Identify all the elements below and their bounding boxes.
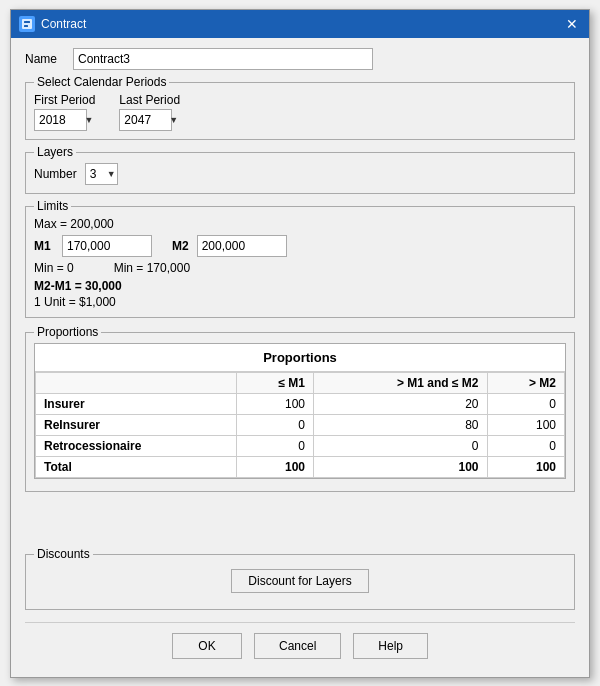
help-button[interactable]: Help	[353, 633, 428, 659]
row-col1: 0	[237, 435, 314, 456]
proportions-group: Proportions Proportions ≤ M1 > M1 and ≤ …	[25, 332, 575, 492]
row-label: Retrocessionaire	[36, 435, 237, 456]
last-period-group: Last Period 2047 2048 2049 ▼	[119, 93, 180, 131]
table-row: Insurer 100 20 0	[36, 393, 565, 414]
m1-label: M1	[34, 239, 54, 253]
layers-number-select[interactable]: 1 2 3 4 5	[85, 163, 118, 185]
spacer	[25, 500, 575, 540]
title-bar: Contract ✕	[11, 10, 589, 38]
m2-input[interactable]	[197, 235, 287, 257]
discounts-group: Discounts Discount for Layers	[25, 554, 575, 610]
row-col3: 0	[487, 435, 564, 456]
layers-title: Layers	[34, 145, 76, 159]
discount-btn-row: Discount for Layers	[34, 561, 566, 601]
first-period-select[interactable]: 2018 2019 2020	[34, 109, 87, 131]
limits-min-row: Min = 0 Min = 170,000	[34, 261, 566, 275]
action-buttons-row: OK Cancel Help	[25, 622, 575, 667]
layers-row: Number 1 2 3 4 5 ▼	[34, 163, 566, 185]
table-row: Retrocessionaire 0 0 0	[36, 435, 565, 456]
row-label: Insurer	[36, 393, 237, 414]
first-period-select-wrapper: 2018 2019 2020 ▼	[34, 109, 95, 131]
col-header-gt-m2: > M2	[487, 372, 564, 393]
limits-content: Max = 200,000 M1 M2 Min = 0 Min = 170,00…	[34, 217, 566, 309]
name-row: Name	[25, 48, 575, 70]
last-period-select-wrapper: 2047 2048 2049 ▼	[119, 109, 180, 131]
last-period-select[interactable]: 2047 2048 2049	[119, 109, 172, 131]
proportions-title: Proportions	[34, 325, 101, 339]
proportions-table-container: Proportions ≤ M1 > M1 and ≤ M2 > M2 Insu…	[34, 343, 566, 479]
first-period-group: First Period 2018 2019 2020 ▼	[34, 93, 95, 131]
calendar-periods-group: Select Calendar Periods First Period 201…	[25, 82, 575, 140]
min1-label: Min = 0	[34, 261, 74, 275]
last-period-label: Last Period	[119, 93, 180, 107]
max-label: Max = 200,000	[34, 217, 566, 231]
col-header-m1-m2: > M1 and ≤ M2	[314, 372, 488, 393]
row-col2: 80	[314, 414, 488, 435]
row-col2: 100	[314, 456, 488, 477]
svg-rect-0	[22, 19, 32, 29]
row-label: Total	[36, 456, 237, 477]
dialog-title: Contract	[41, 17, 86, 31]
cancel-button[interactable]: Cancel	[254, 633, 341, 659]
discount-for-layers-button[interactable]: Discount for Layers	[231, 569, 368, 593]
min2-label: Min = 170,000	[114, 261, 190, 275]
row-col3: 0	[487, 393, 564, 414]
name-label: Name	[25, 52, 65, 66]
m1-input[interactable]	[62, 235, 152, 257]
limits-group: Limits Max = 200,000 M1 M2 Min = 0 Min =…	[25, 206, 575, 318]
dialog-icon	[19, 16, 35, 32]
table-row: ReInsurer 0 80 100	[36, 414, 565, 435]
row-col1: 100	[237, 456, 314, 477]
row-col3: 100	[487, 414, 564, 435]
proportions-table-title: Proportions	[35, 344, 565, 372]
m2-label: M2	[172, 239, 189, 253]
limits-title: Limits	[34, 199, 71, 213]
name-input[interactable]	[73, 48, 373, 70]
col-header-entity	[36, 372, 237, 393]
col-header-le-m1: ≤ M1	[237, 372, 314, 393]
title-bar-left: Contract	[19, 16, 86, 32]
row-col2: 20	[314, 393, 488, 414]
row-col1: 0	[237, 414, 314, 435]
calendar-periods-title: Select Calendar Periods	[34, 75, 169, 89]
svg-rect-2	[24, 25, 28, 27]
layers-number-label: Number	[34, 167, 77, 181]
periods-row: First Period 2018 2019 2020 ▼ Last Perio…	[34, 93, 566, 131]
row-label: ReInsurer	[36, 414, 237, 435]
ok-button[interactable]: OK	[172, 633, 242, 659]
close-button[interactable]: ✕	[563, 15, 581, 33]
row-col1: 100	[237, 393, 314, 414]
first-period-label: First Period	[34, 93, 95, 107]
unit-label: 1 Unit = $1,000	[34, 295, 566, 309]
discounts-title: Discounts	[34, 547, 93, 561]
proportions-table: ≤ M1 > M1 and ≤ M2 > M2 Insurer 100 20 0…	[35, 372, 565, 478]
calc-label: M2-M1 = 30,000	[34, 279, 566, 293]
layers-group: Layers Number 1 2 3 4 5 ▼	[25, 152, 575, 194]
svg-rect-1	[24, 21, 30, 23]
row-col3: 100	[487, 456, 564, 477]
contract-dialog: Contract ✕ Name Select Calendar Periods …	[10, 9, 590, 678]
row-col2: 0	[314, 435, 488, 456]
table-row: Total 100 100 100	[36, 456, 565, 477]
dialog-content: Name Select Calendar Periods First Perio…	[11, 38, 589, 677]
table-header-row: ≤ M1 > M1 and ≤ M2 > M2	[36, 372, 565, 393]
limits-m1-row: M1 M2	[34, 235, 566, 257]
layers-number-select-wrapper: 1 2 3 4 5 ▼	[85, 163, 118, 185]
